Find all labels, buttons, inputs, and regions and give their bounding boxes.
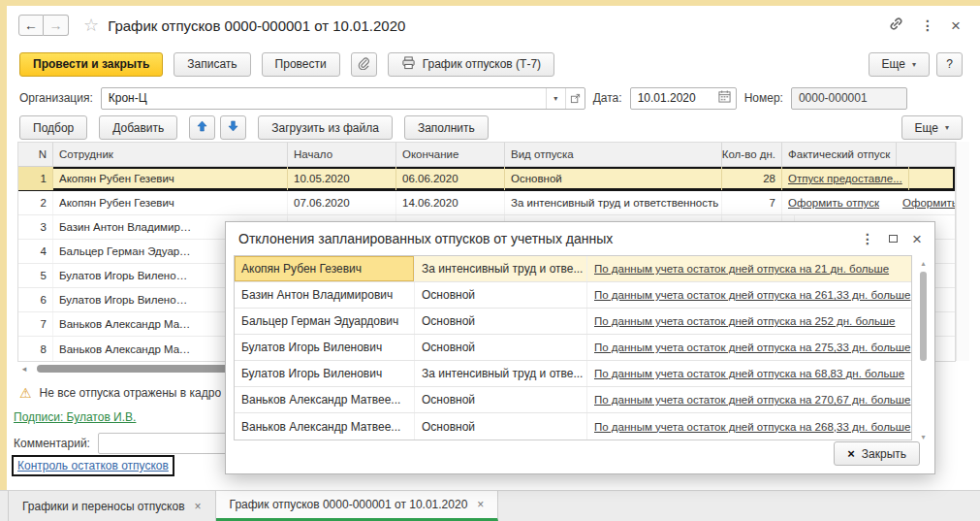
save-button[interactable]: Записать (174, 52, 250, 77)
employee-name: Акопян Рубен Гезевич (59, 173, 174, 184)
vacation-balance-control-link[interactable]: Контроль остатков отпусков (17, 459, 169, 472)
warning-text: Не все отпуска отражены в кадро (40, 386, 222, 400)
tab-close-icon[interactable]: × (477, 498, 484, 511)
back-button[interactable]: ← (18, 15, 44, 36)
vacation-balance-control-focus-frame: Контроль остатков отпусков (12, 455, 174, 476)
window-close-icon[interactable]: × (951, 17, 961, 34)
deviation-row[interactable]: Акопян Рубен Гезевич За интенсивный труд… (235, 256, 911, 282)
organization-field[interactable]: Крон-Ц ▾ (101, 87, 585, 110)
organization-value: Крон-Ц (102, 88, 546, 109)
post-button[interactable]: Провести (262, 52, 340, 77)
deviation-type: Основной (415, 335, 587, 360)
cell-days: 7 (722, 191, 782, 214)
signatures-link[interactable]: Подписи: Булатов И.В. (14, 410, 136, 424)
employee-name: Булатов Игорь Виленович (59, 270, 193, 281)
deviation-detail-link[interactable]: По данным учета остаток дней отпуска на … (594, 342, 910, 353)
tab-vacation-schedules-list[interactable]: Графики и переносы отпусков × (8, 491, 216, 521)
col-header-type[interactable]: Вид отпуска (505, 143, 722, 166)
cell-days: 28 (722, 167, 782, 190)
more-button-table[interactable]: Еще▾ (901, 115, 963, 140)
actual-vacation-link[interactable]: Отпуск предоставле... (788, 173, 902, 184)
help-label: ? (946, 57, 953, 71)
get-link-icon[interactable] (888, 16, 904, 35)
nav-history-group: ← → (18, 15, 69, 36)
window-menu-icon[interactable]: ⋮ (921, 17, 934, 33)
cell-end: 06.06.2020 (396, 167, 505, 190)
col-header-actual[interactable]: Фактический отпуск (782, 143, 897, 166)
fill-button[interactable]: Заполнить (404, 115, 489, 140)
deviation-row[interactable]: Бальцер Герман Эдуардович Основной По да… (235, 309, 911, 335)
col-header-n[interactable]: N (18, 143, 53, 166)
number-field[interactable]: 0000-000001 (791, 87, 907, 110)
move-down-button[interactable] (220, 115, 246, 140)
calendar-icon[interactable] (718, 90, 731, 106)
deviation-type: Основной (415, 309, 587, 334)
deviation-type: Основной (415, 387, 587, 412)
dialog-vertical-scrollbar[interactable]: ▴ ▾ (917, 259, 930, 441)
post-and-close-button[interactable]: Провести и закрыть (19, 52, 163, 77)
help-button[interactable]: ? (936, 52, 963, 77)
dialog-maximize-icon[interactable] (889, 235, 898, 243)
table-row[interactable]: 1 Акопян Рубен Гезевич 10.05.2020 06.06.… (18, 167, 955, 191)
more-button-main[interactable]: Еще▾ (869, 52, 930, 77)
cell-n: 7 (18, 312, 53, 336)
post-label: Провести (275, 57, 327, 71)
deviation-type: Основной (415, 413, 587, 440)
titlebar-actions: ⋮ × (888, 16, 961, 35)
tab-vacation-schedule-document[interactable]: График отпусков 0000-000001 от 10.01.202… (216, 491, 499, 521)
favorite-star-icon[interactable]: ☆ (83, 15, 99, 36)
deviation-detail-link[interactable]: По данным учета остаток дней отпуска на … (594, 421, 910, 433)
dialog-close-icon[interactable]: × (912, 231, 922, 247)
table-vertical-scrollbar[interactable] (956, 142, 969, 361)
attachments-button[interactable] (351, 52, 377, 77)
organization-dropdown-icon[interactable]: ▾ (546, 88, 565, 109)
window-frame-left (0, 0, 7, 490)
deviation-row[interactable]: Булатов Игорь Виленович Основной По данн… (235, 335, 911, 361)
register-transfer-link[interactable]: Оформить перенос (902, 197, 955, 209)
cell-n: 3 (18, 215, 53, 239)
table-row[interactable]: 2 Акопян Рубен Гезевич 07.06.2020 14.06.… (18, 191, 955, 215)
organization-open-icon[interactable] (565, 88, 585, 109)
tab-close-icon[interactable]: × (195, 500, 202, 513)
deviation-detail-link[interactable]: По данным учета остаток дней отпуска на … (594, 315, 896, 327)
deviation-row[interactable]: Ваньков Александр Матвее... Основной По … (235, 387, 911, 413)
scroll-down-icon[interactable]: ▾ (921, 433, 925, 441)
scroll-left-icon[interactable]: ◂ (17, 364, 31, 374)
deviation-detail-link[interactable]: По данным учета остаток дней отпуска на … (594, 289, 910, 301)
load-from-file-button[interactable]: Загрузить из файла (258, 115, 393, 140)
col-header-end[interactable]: Окончание (396, 143, 505, 166)
scrollbar-thumb[interactable] (920, 272, 927, 361)
pick-button[interactable]: Подбор (19, 115, 87, 140)
warning-message: ⚠ Не все отпуска отражены в кадро (19, 385, 221, 401)
register-vacation-link[interactable]: Оформить отпуск (788, 197, 879, 209)
deviation-detail-link[interactable]: По данным учета остаток дней отпуска на … (594, 368, 904, 379)
arrow-up-icon (197, 120, 207, 135)
dialog-menu-icon[interactable]: ⋮ (861, 231, 874, 246)
dialog-title: Отклонения запланированных отпусков от у… (238, 231, 613, 246)
deviation-employee: Булатов Игорь Виленович (235, 361, 415, 386)
col-header-employee[interactable]: Сотрудник (53, 143, 288, 166)
deviations-dialog: Отклонения запланированных отпусков от у… (225, 221, 935, 474)
deviation-row[interactable]: Базин Антон Владимирович Основной По дан… (235, 282, 911, 309)
deviation-row[interactable]: Ваньков Александр Матвее... Основной По … (235, 413, 911, 440)
deviations-table: Акопян Рубен Гезевич За интенсивный труд… (234, 255, 912, 440)
page-title: График отпусков 0000-000001 от 10.01.202… (108, 17, 405, 34)
forward-arrow-icon: → (49, 17, 63, 33)
comment-label: Комментарий: (14, 437, 90, 450)
deviation-row[interactable]: Булатов Игорь Виленович За интенсивный т… (235, 361, 911, 387)
deviation-detail-link[interactable]: По данным учета остаток дней отпуска на … (594, 263, 889, 275)
forward-button[interactable]: → (44, 15, 69, 36)
col-header-days[interactable]: Кол-во дн. (722, 143, 782, 166)
print-t7-button[interactable]: График отпусков (Т-7) (388, 52, 554, 77)
number-label: Номер: (744, 91, 783, 105)
close-x-icon: × (847, 446, 855, 461)
paperclip-icon (357, 56, 370, 73)
deviation-detail-link[interactable]: По данным учета остаток дней отпуска на … (594, 394, 910, 406)
scroll-up-icon[interactable]: ▴ (921, 259, 925, 268)
move-up-button[interactable] (189, 115, 215, 140)
main-toolbar-right: Еще▾ ? (869, 52, 963, 77)
col-header-start[interactable]: Начало (288, 143, 396, 166)
dialog-close-button[interactable]: × Закрыть (834, 441, 920, 466)
date-field[interactable]: 10.01.2020 (630, 87, 737, 110)
add-button[interactable]: Добавить (99, 115, 177, 140)
